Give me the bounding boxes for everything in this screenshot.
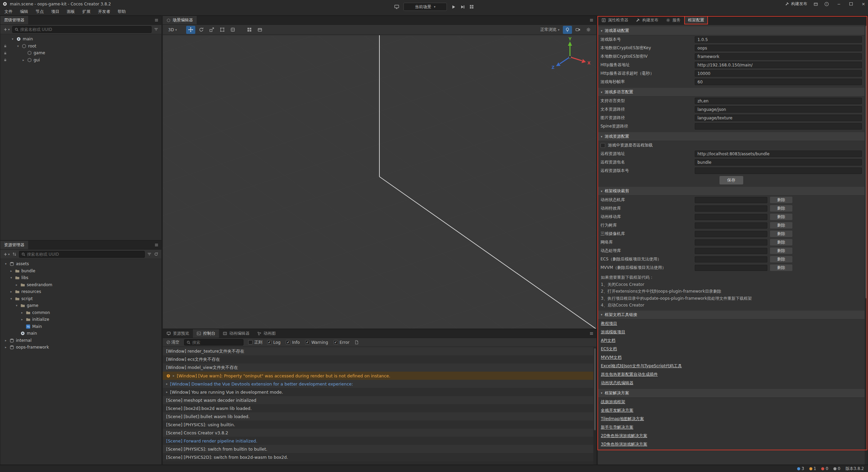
expand-caret-icon[interactable]: ▾ (4, 262, 8, 266)
help-icon[interactable]: ? (824, 2, 829, 6)
doc-link[interactable]: Excel格式转Json文件与TypeScript代码工具 (598, 362, 865, 370)
section-header[interactable]: ▾框架解决方案 (598, 389, 865, 398)
panel-menu-icon[interactable] (151, 16, 161, 24)
tab-inspector-1[interactable]: 构建发布 (632, 16, 662, 24)
delete-module-button[interactable]: 删除 (770, 248, 792, 254)
config-input[interactable] (695, 36, 862, 43)
doc-link[interactable]: Tiledmap地图解决方案 (598, 415, 865, 423)
tree-node[interactable]: ▾root (0, 43, 161, 50)
menu-item-0[interactable]: 文件 (1, 8, 16, 15)
filter-checkbox-log[interactable]: ✓Log (267, 340, 280, 345)
panel-menu-icon[interactable] (151, 241, 161, 249)
tree-node[interactable]: TSMain (0, 323, 161, 330)
menu-item-3[interactable]: 项目 (47, 8, 63, 15)
light-toggle-button[interactable] (563, 26, 572, 34)
tab-monitor[interactable]: 资源预览 (163, 329, 193, 338)
expand-caret-icon[interactable]: ▸ (173, 374, 175, 377)
hierarchy-search-input[interactable] (20, 27, 149, 32)
tab-graph[interactable]: 动画图 (253, 329, 279, 338)
expand-caret-icon[interactable]: ▸ (21, 58, 25, 62)
delete-module-button[interactable]: 删除 (770, 214, 792, 220)
doc-link[interactable]: 全栈开发解决方案 (598, 406, 865, 415)
create-node-button[interactable]: ▾ (3, 27, 10, 32)
expand-caret-icon[interactable]: ▾ (15, 304, 19, 307)
doc-link[interactable]: 新手引导解决方案 (598, 423, 865, 432)
camera-toggle-button[interactable] (573, 26, 583, 34)
play-button[interactable] (451, 4, 456, 9)
expand-caret-icon[interactable]: ▸ (166, 382, 168, 386)
delete-module-button[interactable]: 删除 (770, 256, 792, 262)
maximize-button[interactable] (849, 2, 853, 5)
doc-link[interactable]: 动画状态机编辑器 (598, 379, 865, 387)
remote-load-checkbox[interactable] (600, 143, 605, 148)
tree-node[interactable]: ▸resources (0, 288, 161, 295)
tab-film[interactable]: 动画编辑器 (219, 329, 253, 338)
minimize-button[interactable]: − (837, 2, 841, 6)
section-header[interactable]: ▾游戏资源配置 (598, 132, 865, 141)
expand-caret-icon[interactable]: ▸ (15, 283, 19, 287)
menu-item-5[interactable]: 扩展 (79, 8, 94, 15)
anchor-tool-button[interactable] (228, 26, 237, 34)
tree-node[interactable]: ▾game (0, 302, 161, 309)
delete-module-button[interactable]: 删除 (770, 222, 792, 229)
filter-checkbox-info[interactable]: ✓Info (286, 340, 300, 345)
tree-node[interactable]: ▸internal (0, 337, 161, 344)
clear-console-button[interactable]: 清空 (166, 339, 179, 345)
move-tool-button[interactable] (186, 26, 195, 34)
hierarchy-search[interactable] (12, 26, 152, 33)
tab-inspector-0[interactable]: 属性检查器 (598, 16, 632, 24)
lock-icon[interactable] (2, 58, 8, 62)
scale-tool-button[interactable] (207, 26, 216, 34)
doc-link[interactable]: 3D角色扮演游戏解决方案 (598, 440, 865, 449)
notice-count-badge[interactable]: 0 (833, 466, 841, 471)
config-input[interactable] (695, 151, 862, 157)
expand-caret-icon[interactable]: ▾ (11, 37, 15, 41)
sort-icon[interactable] (12, 252, 17, 256)
section-header[interactable]: ▾游戏基础配置 (598, 26, 865, 35)
view-gizmo[interactable]: Y X Z (548, 37, 592, 76)
build-publish-button[interactable]: 构建发布 (785, 1, 807, 7)
tree-node[interactable]: ▾assets (0, 260, 161, 268)
doc-link[interactable]: ECS文档 (598, 345, 865, 353)
config-input[interactable] (695, 70, 862, 77)
tree-node[interactable]: ▾main (0, 36, 161, 43)
panel-menu-icon[interactable] (586, 16, 596, 24)
expand-caret-icon[interactable]: ▸ (166, 390, 168, 394)
doc-link[interactable]: MVVM文档 (598, 353, 865, 362)
tab-framework-config[interactable]: 框架配置 (684, 16, 708, 24)
error-count-badge[interactable]: 0 (821, 466, 828, 471)
doc-link[interactable]: 教程项目 (598, 319, 865, 328)
console-scrollbar[interactable] (593, 347, 596, 465)
regex-checkbox[interactable]: 正则 (248, 339, 262, 345)
filter-icon[interactable] (147, 252, 152, 256)
expand-caret-icon[interactable]: ▸ (4, 339, 8, 342)
tree-node[interactable]: ▸oops-framework (0, 344, 161, 351)
console-search[interactable] (184, 339, 243, 346)
section-header[interactable]: ▾游戏多语言配置 (598, 88, 865, 97)
config-input[interactable] (695, 98, 862, 104)
filter-checkbox-warning[interactable]: ✓Warning (305, 340, 328, 345)
tab-terminal[interactable]: 控制台 (193, 329, 219, 338)
delete-module-button[interactable]: 删除 (770, 239, 792, 245)
close-button[interactable]: × (862, 1, 865, 6)
expand-caret-icon[interactable]: ▸ (20, 318, 24, 321)
log-count-badge[interactable]: 3 (797, 466, 804, 471)
step-button[interactable] (460, 4, 465, 9)
tab-assets[interactable]: 资源管理器 (0, 241, 28, 249)
expand-caret-icon[interactable]: ▸ (9, 269, 13, 273)
section-header[interactable]: ▾框架模块裁剪 (598, 187, 865, 196)
doc-link[interactable]: 2D角色扮演游戏解决方案 (598, 432, 865, 440)
save-button[interactable]: 保存 (719, 176, 743, 184)
config-input[interactable] (695, 53, 862, 60)
console-search-input[interactable] (192, 340, 243, 345)
doc-link[interactable]: 战旗游戏框架 (598, 398, 865, 406)
doc-link[interactable]: 游戏模板项目 (598, 328, 865, 336)
config-input[interactable] (695, 62, 862, 68)
scene-selector-dropdown[interactable]: 当前场景 ▾ (403, 3, 447, 11)
tree-node[interactable]: ▸initialize (0, 316, 161, 323)
filter-icon[interactable] (154, 27, 158, 32)
refresh-icon[interactable] (154, 252, 158, 256)
filter-checkbox-error[interactable]: ✓Error (334, 340, 350, 345)
tree-node[interactable]: ▸bundle (0, 268, 161, 275)
menu-item-6[interactable]: 开发者 (94, 8, 114, 15)
